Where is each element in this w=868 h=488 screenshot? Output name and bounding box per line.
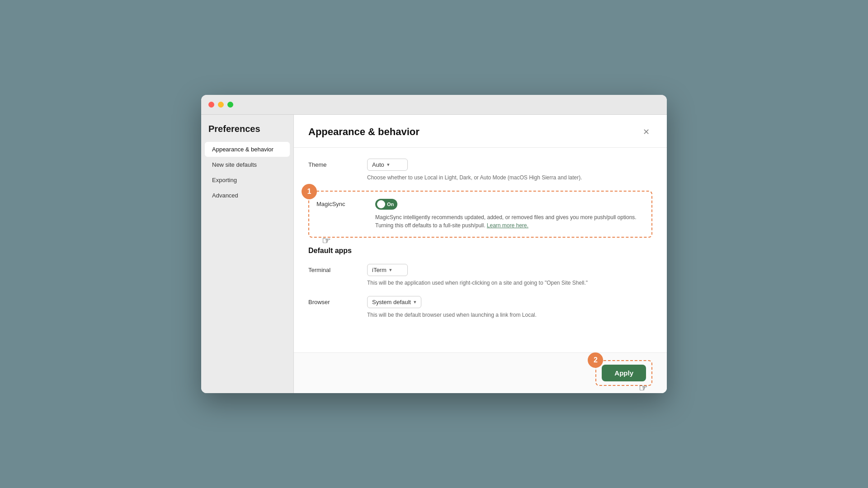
browser-description: This will be the default browser used wh… [367, 311, 652, 319]
apply-button[interactable]: Apply [602, 365, 646, 381]
maximize-traffic-light[interactable] [227, 102, 233, 108]
title-bar [201, 95, 667, 115]
magicsync-description: MagicSync intelligently recommends updat… [375, 213, 644, 230]
magicsync-label: MagicSync [316, 199, 375, 207]
traffic-lights [208, 102, 233, 108]
theme-label: Theme [308, 159, 367, 168]
sidebar: Preferences Appearance & behavior New si… [201, 115, 294, 393]
terminal-label: Terminal [308, 264, 367, 273]
terminal-dropdown[interactable]: iTerm ▾ [367, 264, 408, 276]
magicsync-row: MagicSync On ☞ MagicSync intelligently r… [316, 199, 644, 230]
sidebar-title: Preferences [201, 124, 293, 141]
terminal-description: This will be the application used when r… [367, 279, 652, 287]
preferences-window: Preferences Appearance & behavior New si… [201, 95, 667, 393]
content-header: Appearance & behavior ✕ [294, 115, 667, 148]
theme-content: Auto ▾ Choose whether to use Local in Li… [367, 159, 652, 182]
terminal-row: Terminal iTerm ▾ This will be the applic… [308, 264, 652, 287]
browser-label: Browser [308, 296, 367, 305]
sidebar-item-new-site-defaults[interactable]: New site defaults [205, 157, 290, 172]
minimize-traffic-light[interactable] [218, 102, 224, 108]
chevron-down-icon: ▾ [389, 267, 392, 273]
theme-row: Theme Auto ▾ Choose whether to use Local… [308, 159, 652, 182]
browser-content: System default ▾ This will be the defaul… [367, 296, 652, 319]
chevron-down-icon: ▾ [414, 299, 416, 305]
apply-area: 2 Apply ☞ [595, 360, 652, 386]
sidebar-item-advanced[interactable]: Advanced [205, 188, 290, 203]
learn-more-link[interactable]: Learn more here. [487, 222, 528, 229]
cursor-hand-icon: ☞ [322, 235, 331, 247]
magicsync-section: 1 MagicSync On ☞ MagicSync intelligently… [308, 191, 652, 238]
browser-row: Browser System default ▾ This will be th… [308, 296, 652, 319]
content-footer: 2 Apply ☞ [294, 352, 667, 393]
close-button[interactable]: ✕ [640, 126, 652, 138]
chevron-down-icon: ▾ [387, 162, 390, 168]
sidebar-item-exporting[interactable]: Exporting [205, 173, 290, 188]
toggle-circle [377, 200, 385, 208]
browser-dropdown[interactable]: System default ▾ [367, 296, 421, 308]
step-badge-1: 1 [302, 184, 317, 199]
sidebar-item-appearance[interactable]: Appearance & behavior [205, 142, 290, 157]
terminal-content: iTerm ▾ This will be the application use… [367, 264, 652, 287]
cursor-apply-icon: ☞ [639, 382, 648, 393]
theme-description: Choose whether to use Local in Light, Da… [367, 174, 652, 182]
magicsync-content: On ☞ MagicSync intelligently recommends … [375, 199, 644, 230]
close-traffic-light[interactable] [208, 102, 214, 108]
content-title: Appearance & behavior [308, 126, 420, 138]
toggle-label: On [387, 202, 394, 207]
magicsync-toggle[interactable]: On [375, 199, 397, 210]
main-layout: Preferences Appearance & behavior New si… [201, 115, 667, 393]
theme-dropdown[interactable]: Auto ▾ [367, 159, 408, 171]
content-body: Theme Auto ▾ Choose whether to use Local… [294, 148, 667, 352]
content-area: Appearance & behavior ✕ Theme Auto ▾ Cho… [294, 115, 667, 393]
default-apps-heading: Default apps [308, 247, 652, 255]
